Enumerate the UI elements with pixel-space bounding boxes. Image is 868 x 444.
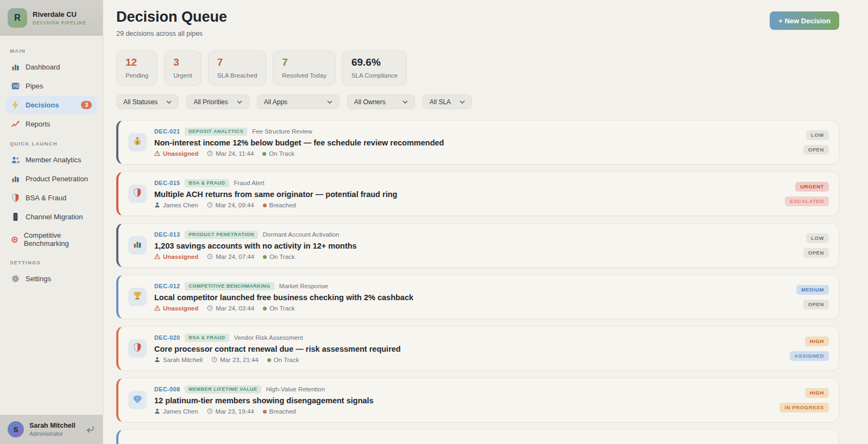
decision-body: DEC-020BSA & FRAUDVendor Risk Assessment… <box>154 334 783 364</box>
sidebar-item-dashboard[interactable]: Dashboard <box>5 58 97 76</box>
status-badge: ESCALATED <box>785 196 829 206</box>
filter-all-sla[interactable]: All SLA <box>423 94 472 109</box>
decision-id: DEC-021 <box>154 128 180 135</box>
decision-type-icon-wrap <box>128 185 147 203</box>
return-arrow-icon[interactable] <box>85 424 95 434</box>
decision-badges: LOWOPEN <box>803 130 829 155</box>
sla-segment: On Track <box>267 357 299 363</box>
stat-value: 69.6% <box>351 56 398 68</box>
stat-card-pending: 12Pending <box>116 50 158 86</box>
sidebar-item-label: Decisions <box>26 101 59 109</box>
priority-badge: URGENT <box>795 182 829 192</box>
clock-icon <box>211 357 217 364</box>
decision-card-dec-013[interactable]: DEC-013PRODUCT PENETRATIONDormant Accoun… <box>116 223 839 268</box>
priority-badge: LOW <box>806 233 829 243</box>
clock-icon <box>207 305 213 312</box>
status-badge: OPEN <box>803 145 829 155</box>
decision-id: DEC-013 <box>154 231 180 238</box>
decision-card-dec-008[interactable]: DEC-008MEMBER LIFETIME VALUEHigh-Value R… <box>116 378 839 422</box>
sla-label: On Track <box>269 253 295 260</box>
app-badge: PRODUCT PENETRATION <box>185 231 257 239</box>
decision-type-icon-wrap <box>128 288 147 306</box>
decision-type-icon-wrap <box>128 339 147 358</box>
decision-card-dec-020[interactable]: DEC-020BSA & FRAUDVendor Risk Assessment… <box>116 326 839 371</box>
lightning-icon <box>11 100 20 110</box>
decision-card-partial[interactable] <box>116 429 839 444</box>
timestamp: Mar 23, 19:44 <box>216 408 254 415</box>
stat-label: Resolved Today <box>282 72 326 79</box>
decision-title: Core processor contract renewal due — ri… <box>154 345 783 353</box>
decision-card-dec-021[interactable]: $DEC-021DEPOSIT ANALYTICSFee Structure R… <box>116 120 839 164</box>
priority-badge: HIGH <box>805 337 829 346</box>
timestamp-segment: Mar 23, 21:44 <box>211 357 259 364</box>
stat-card-sla-compliance: 69.6%SLA Compliance <box>342 50 407 86</box>
decision-meta-line: DEC-008MEMBER LIFETIME VALUEHigh-Value R… <box>154 385 773 394</box>
timestamp: Mar 24, 03:44 <box>216 305 254 312</box>
sidebar-item-decisions[interactable]: Decisions3 <box>5 96 97 114</box>
decision-list: $DEC-021DEPOSIT ANALYTICSFee Structure R… <box>116 120 839 444</box>
decision-meta-line: DEC-012COMPETITIVE BENCHMARKINGMarket Re… <box>154 282 790 290</box>
decision-badges: URGENTESCALATED <box>785 182 829 206</box>
sidebar-item-competitive-benchmarking[interactable]: Competitive Benchmarking <box>5 227 97 252</box>
filter-all-apps[interactable]: All Apps <box>257 94 339 109</box>
clock-icon <box>207 202 213 209</box>
owner-name: Sarah Mitchell <box>163 357 203 363</box>
decision-badges: MEDIUMOPEN <box>796 285 829 309</box>
decision-card-dec-015[interactable]: DEC-015BSA & FRAUDFraud AlertMultiple AC… <box>116 172 839 216</box>
stat-card-resolved-today: 7Resolved Today <box>273 50 336 86</box>
priority-badge: MEDIUM <box>796 285 829 295</box>
timestamp-segment: Mar 23, 19:44 <box>207 408 254 415</box>
sidebar-item-label: Reports <box>26 120 51 128</box>
decision-meta-line: DEC-013PRODUCT PENETRATIONDormant Accoun… <box>154 231 797 239</box>
warning-icon <box>154 253 160 261</box>
org-header: R Riverdale CU DECISION PIPELINE <box>0 0 103 36</box>
owner-segment: Unassigned <box>154 150 198 157</box>
timestamp-segment: Mar 24, 03:44 <box>207 305 254 312</box>
decision-card-dec-012[interactable]: DEC-012COMPETITIVE BENCHMARKINGMarket Re… <box>116 275 839 319</box>
status-badge: IN PROGRESS <box>779 403 829 413</box>
chevron-down-icon <box>327 100 332 104</box>
stat-value: 7 <box>217 56 257 68</box>
sidebar-item-channel-migration[interactable]: Channel Migration <box>5 208 97 226</box>
bar-chart-icon <box>133 239 142 251</box>
person-icon <box>154 408 160 415</box>
stat-label: SLA Breached <box>217 72 257 79</box>
sla-dot <box>263 307 267 310</box>
timestamp: Mar 24, 11:44 <box>216 150 254 157</box>
clock-icon <box>207 150 213 157</box>
sidebar-item-label: Settings <box>26 275 51 283</box>
app-badge: DEPOSIT ANALYTICS <box>185 128 247 136</box>
decision-title: 1,203 savings accounts with no activity … <box>154 242 797 250</box>
stat-value: 7 <box>282 56 326 68</box>
sidebar-item-bsa-fraud[interactable]: BSA & Fraud <box>5 189 97 207</box>
sla-label: On Track <box>269 305 295 312</box>
sidebar-item-settings[interactable]: Settings <box>5 270 97 288</box>
sidebar: R Riverdale CU DECISION PIPELINE MAINDas… <box>0 0 103 444</box>
app-badge: COMPETITIVE BENCHMARKING <box>185 282 274 290</box>
decision-title: Non-interest income 12% below budget — f… <box>154 138 797 147</box>
decision-badges: HIGHASSIGNED <box>790 337 829 361</box>
app-badge: BSA & FRAUD <box>185 179 229 187</box>
gem-icon <box>133 394 142 406</box>
stat-label: Pending <box>125 72 148 79</box>
filter-all-priorities[interactable]: All Priorities <box>186 94 249 109</box>
timestamp-segment: Mar 24, 07:44 <box>207 253 254 261</box>
owner-name: James Chen <box>163 202 198 208</box>
decision-body: DEC-013PRODUCT PENETRATIONDormant Accoun… <box>154 231 797 261</box>
new-decision-button[interactable]: + New Decision <box>770 11 839 30</box>
filter-all-statuses[interactable]: All Statuses <box>116 94 179 109</box>
filter-all-owners[interactable]: All Owners <box>347 94 415 109</box>
filters-row: All StatusesAll PrioritiesAll AppsAll Ow… <box>116 94 839 109</box>
sidebar-item-reports[interactable]: Reports <box>5 115 97 133</box>
decision-meta: UnassignedMar 24, 03:44On Track <box>154 305 790 312</box>
decision-body: DEC-012COMPETITIVE BENCHMARKINGMarket Re… <box>154 282 790 312</box>
sla-dot <box>263 410 267 414</box>
org-name: Riverdale CU <box>33 10 86 18</box>
sidebar-item-member-analytics[interactable]: Member Analytics <box>5 151 97 169</box>
timestamp: Mar 23, 21:44 <box>220 357 259 363</box>
sla-segment: Breached <box>263 408 296 415</box>
user-footer: S Sarah Mitchell Administrator <box>0 415 103 444</box>
sidebar-item-label: Product Penetration <box>26 175 88 183</box>
sidebar-item-pipes[interactable]: Pipes <box>5 77 97 95</box>
sidebar-item-product-penetration[interactable]: Product Penetration <box>5 170 97 188</box>
